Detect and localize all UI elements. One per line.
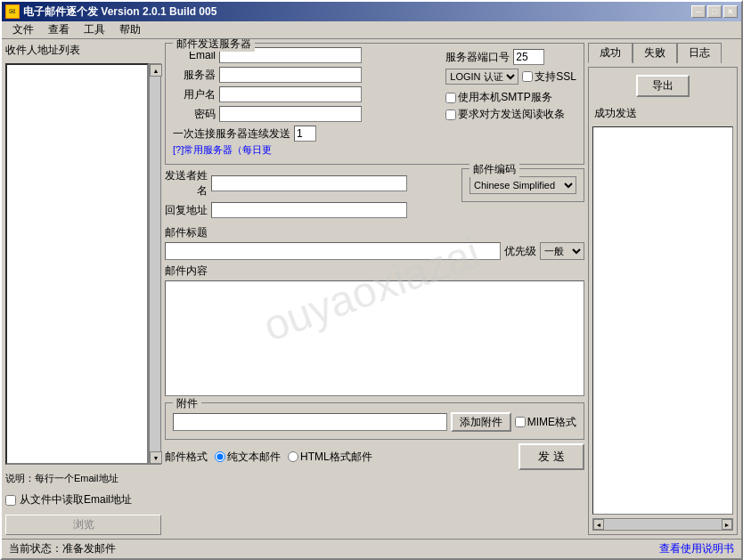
import-checkbox-label: 从文件中读取Email地址 [20,492,132,507]
export-button[interactable]: 导出 [636,75,690,97]
plain-text-label: 纯文本邮件 [227,450,281,465]
minimize-button[interactable]: ─ [691,5,706,18]
tab-failure[interactable]: 失败 [633,43,677,63]
smtp-title: 邮件发送服务器 [173,39,255,52]
content-textarea[interactable] [165,280,584,396]
scroll-left-btn[interactable]: ◄ [593,519,604,530]
read-receipt-label: 要求对方发送阅读收条 [458,107,565,122]
browse-button[interactable]: 浏览 [5,515,161,535]
connect-label: 一次连接服务器连续发送 [173,126,290,142]
sender-name-input[interactable] [211,175,407,191]
maximize-button[interactable]: □ [707,5,722,18]
subject-row: 优先级 一般 高 低 [165,242,584,260]
attachment-row: 添加附件 MIME格式 [173,412,576,432]
right-panel: 成功 失败 日志 导出 成功发送 ◄ ► [588,43,738,535]
reply-input[interactable] [211,202,407,218]
port-label: 服务器端口号 [445,50,510,65]
center-panel: 邮件发送服务器 Email 服务器 用户名 [165,43,584,535]
password-input[interactable] [219,106,362,122]
auth-ssl-row: LOGIN 认证 PLAIN 认证 无认证 支持SSL [445,69,576,85]
mime-checkbox[interactable] [515,417,526,427]
smtp-group: 邮件发送服务器 Email 服务器 用户名 [165,43,584,165]
scroll-right-btn[interactable]: ► [722,519,732,530]
send-button[interactable]: 发 送 [518,443,584,470]
username-row: 用户名 [173,86,442,102]
server-input[interactable] [219,67,362,83]
menu-help[interactable]: 帮助 [112,21,148,38]
scroll-up-btn[interactable]: ▲ [150,64,162,77]
menu-tools[interactable]: 工具 [77,21,112,38]
local-smtp-label: 使用本机SMTP服务 [458,90,551,105]
port-row: 服务器端口号 25 [445,49,576,65]
tab-content: 导出 成功发送 ◄ ► [588,67,738,535]
title-bar: ✉ 电子邮件逐个发 Version 2.0.1 Build 005 ─ □ ✕ [2,2,741,21]
title-bar-left: ✉ 电子邮件逐个发 Version 2.0.1 Build 005 [5,4,216,20]
server-label: 服务器 [173,68,216,83]
encoding-box: 邮件编码 Chinese Simplified UTF-8 GB2312 [461,168,584,202]
menu-view[interactable]: 查看 [41,21,77,38]
mime-row: MIME格式 [515,415,576,430]
smtp-fields: Email 服务器 用户名 密码 [173,47,442,157]
ssl-checkbox[interactable] [522,71,533,82]
attachment-input[interactable] [173,413,447,431]
scroll-down-btn[interactable]: ▼ [150,451,162,464]
attachment-group: 附件 添加附件 MIME格式 [165,402,584,440]
import-from-file-checkbox[interactable] [5,495,16,506]
html-format-option[interactable]: HTML格式邮件 [288,450,372,465]
local-smtp-checkbox[interactable] [445,93,456,103]
tab-success[interactable]: 成功 [588,43,633,63]
subject-section-label: 邮件标题 [165,225,584,240]
address-textarea[interactable] [5,63,149,465]
encoding-select[interactable]: Chinese Simplified UTF-8 GB2312 [469,176,576,194]
sender-section: 发送者姓名 回复地址 [165,168,454,222]
subject-input[interactable] [165,242,501,260]
common-server-link[interactable]: [?]常用服务器（每日更 [173,144,272,155]
success-list [592,126,733,515]
window-title: 电子邮件逐个发 Version 2.0.1 Build 005 [23,4,216,20]
content-section: 邮件内容 [165,264,584,399]
sender-name-row: 发送者姓名 [165,168,454,199]
priority-select[interactable]: 一般 高 低 [540,242,584,260]
left-panel: 收件人地址列表 ▲ ▼ 说明：每行一个Email地址 从文件中读取Email地址… [5,43,161,535]
reply-address-row: 回复地址 [165,202,454,218]
address-scrollbar: ▲ ▼ [149,63,161,465]
address-desc: 说明：每行一个Email地址 [5,472,161,485]
menu-file[interactable]: 文件 [5,21,41,38]
server-row: 服务器 [173,67,442,83]
priority-label: 优先级 [504,244,536,259]
connect-count-input[interactable] [294,126,316,142]
attachment-title: 附件 [173,396,201,411]
add-attachment-button[interactable]: 添加附件 [451,412,511,432]
success-label: 成功发送 [592,104,733,123]
port-input[interactable]: 25 [513,49,544,65]
help-link[interactable]: 查看使用说明书 [659,541,734,556]
html-format-radio[interactable] [288,451,298,462]
html-format-label: HTML格式邮件 [300,450,372,465]
window-controls: ─ □ ✕ [691,5,738,18]
tabs-row: 成功 失败 日志 [588,43,738,63]
status-text: 当前状态：准备发邮件 [9,541,116,556]
smtp-right-options: 服务器端口号 25 LOGIN 认证 PLAIN 认证 无认证 支持 [445,47,576,122]
plain-text-option[interactable]: 纯文本邮件 [215,450,281,465]
read-receipt-row: 要求对方发送阅读收条 [445,107,576,122]
sender-name-label: 发送者姓名 [165,168,208,199]
scroll-track [150,77,160,451]
local-smtp-row: 使用本机SMTP服务 [445,90,576,105]
plain-text-radio[interactable] [215,451,225,462]
connect-row: 一次连接服务器连续发送 [173,126,442,142]
common-server-row: [?]常用服务器（每日更 [173,143,442,157]
auth-select[interactable]: LOGIN 认证 PLAIN 认证 无认证 [445,69,518,85]
reply-label: 回复地址 [165,203,208,218]
import-checkbox-row: 从文件中读取Email地址 [5,492,161,507]
address-list-container: ▲ ▼ [5,63,161,465]
tab-log[interactable]: 日志 [677,43,722,63]
menu-bar: 文件 查看 工具 帮助 [2,21,741,39]
username-input[interactable] [219,86,362,102]
content-label: 邮件内容 [165,264,584,279]
read-receipt-checkbox[interactable] [445,110,456,120]
format-send-row: 邮件格式 纯文本邮件 HTML格式邮件 发 送 [165,443,584,470]
tab-scrollbar: ◄ ► [592,518,733,531]
sender-encoding-row: 发送者姓名 回复地址 邮件编码 Chinese Simplified UTF-8… [165,168,584,222]
close-button[interactable]: ✕ [723,5,738,18]
format-label: 邮件格式 [165,450,208,465]
